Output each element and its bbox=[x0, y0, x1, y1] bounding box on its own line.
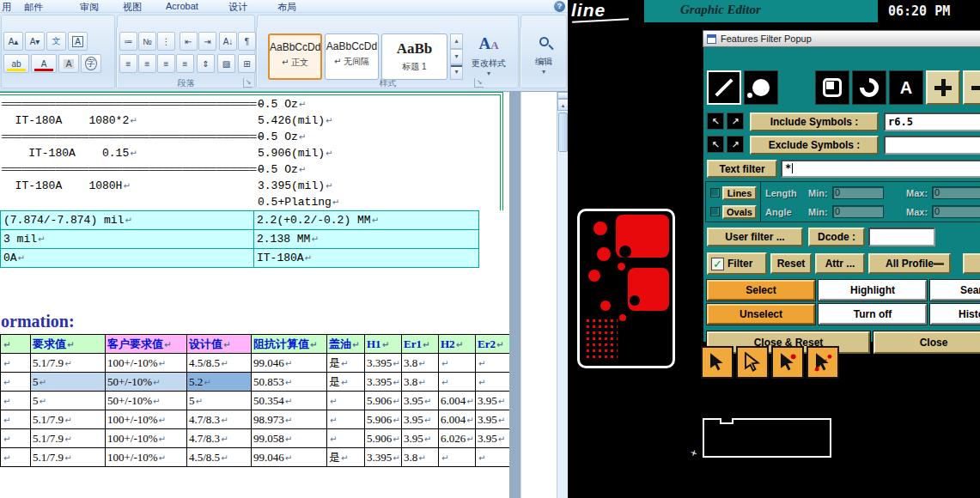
table-cell[interactable]: 3.8↵ bbox=[402, 448, 439, 467]
styles-scroll-up-button[interactable]: ▴ bbox=[450, 33, 463, 49]
ovals-checkbox[interactable] bbox=[710, 207, 720, 216]
positive-mode-button[interactable] bbox=[926, 70, 960, 105]
dialog-title-bar[interactable]: Features Filter Popup bbox=[703, 30, 980, 47]
include-symbols-button[interactable]: Include Symbols : bbox=[750, 112, 879, 131]
text-tool-button[interactable]: A bbox=[889, 70, 923, 105]
table-header-cell[interactable]: 盖油↵ bbox=[327, 335, 365, 354]
table-cell[interactable]: ↵ bbox=[476, 373, 510, 392]
borders-button[interactable]: ⊞ bbox=[238, 54, 256, 73]
table-cell[interactable]: ↵ bbox=[439, 448, 476, 467]
table-cell[interactable]: 4.5/8.5↵ bbox=[187, 354, 252, 373]
table-cell[interactable]: 6.026↵ bbox=[439, 429, 476, 448]
table-cell[interactable]: 50.354↵ bbox=[252, 392, 327, 410]
include-symbols-input[interactable] bbox=[884, 112, 980, 131]
clipped-button[interactable] bbox=[963, 253, 980, 274]
include-prev-button[interactable]: ↖ bbox=[707, 112, 724, 130]
table-cell[interactable]: 3.95↵ bbox=[402, 392, 439, 410]
tab-acrobat[interactable]: Acrobat bbox=[166, 1, 198, 11]
table-cell[interactable]: ↵ bbox=[476, 448, 510, 467]
lines-checkbox[interactable] bbox=[710, 188, 720, 197]
table-cell[interactable]: ↵ bbox=[1, 392, 31, 410]
table-cell[interactable]: 5↵ bbox=[31, 373, 106, 392]
table-cell[interactable]: 5.1/7.9↵ bbox=[31, 448, 106, 467]
table-header-cell[interactable]: 阻抗计算值↵ bbox=[252, 335, 327, 354]
numbering-button[interactable]: № bbox=[138, 32, 156, 51]
table-cell[interactable]: 3.395↵ bbox=[365, 373, 402, 392]
select-button[interactable]: Select bbox=[707, 280, 815, 301]
table-cell[interactable]: 99.046↵ bbox=[252, 354, 327, 373]
table-cell[interactable]: 5↵ bbox=[187, 392, 252, 410]
align-right-button[interactable]: ≡ bbox=[157, 54, 175, 73]
cursor-net-tool-button[interactable] bbox=[807, 346, 839, 379]
table-header-cell[interactable]: 客户要求值↵ bbox=[106, 335, 187, 354]
change-styles-button[interactable]: AA 更改样式 ▾ bbox=[464, 32, 514, 77]
table-cell[interactable]: 50+/-10%↵ bbox=[106, 392, 187, 410]
cursor-tag-tool-button[interactable] bbox=[771, 346, 804, 379]
grow-font-button[interactable]: A▴ bbox=[3, 32, 23, 51]
table-cell[interactable]: ↵ bbox=[327, 392, 365, 410]
table-cell[interactable]: 5.906↵ bbox=[365, 392, 402, 410]
table-header-cell[interactable]: H2↵ bbox=[439, 335, 476, 354]
table-cell[interactable]: 50.853↵ bbox=[252, 373, 327, 392]
arc-tool-button[interactable] bbox=[852, 70, 886, 105]
close-button[interactable]: Close bbox=[873, 331, 980, 354]
ruby-guide-button[interactable]: 文 bbox=[46, 32, 66, 51]
enclose-char-button[interactable]: 字 bbox=[81, 54, 101, 73]
table-cell[interactable]: ↵ bbox=[439, 373, 476, 392]
paragraph-dialog-launcher[interactable]: ↘ bbox=[243, 78, 253, 88]
char-shading-button[interactable]: A bbox=[58, 54, 79, 73]
highlight-button[interactable]: Highlight bbox=[819, 280, 927, 301]
tolerance-cell[interactable]: (7.874/-7.874) mil↵ bbox=[1, 211, 254, 230]
cursor-tool-button[interactable] bbox=[701, 346, 733, 379]
tab-mailings[interactable]: 邮件 bbox=[24, 1, 43, 14]
search-button[interactable]: Sear bbox=[930, 280, 980, 301]
table-cell[interactable]: 6.004↵ bbox=[439, 392, 476, 410]
table-cell[interactable]: 3.395↵ bbox=[365, 448, 402, 467]
justify-button[interactable]: ≡ bbox=[176, 54, 194, 73]
table-header-cell[interactable]: 要求值↵ bbox=[31, 335, 106, 354]
user-filter-button[interactable]: User filter ... bbox=[707, 228, 803, 246]
table-cell[interactable]: 3.95↵ bbox=[476, 429, 510, 448]
table-cell[interactable]: 是↵ bbox=[327, 354, 365, 373]
table-cell[interactable]: 是↵ bbox=[327, 448, 365, 467]
table-cell[interactable]: 100+/-10%↵ bbox=[106, 429, 187, 448]
char-border-button[interactable]: A bbox=[68, 32, 88, 51]
align-left-button[interactable]: ≡ bbox=[119, 54, 137, 73]
table-cell[interactable]: ↵ bbox=[439, 354, 476, 373]
filter-toggle[interactable]: ✓ Filter bbox=[707, 252, 767, 275]
line-tool-button[interactable] bbox=[707, 70, 741, 105]
exclude-prev-button[interactable]: ↖ bbox=[707, 136, 724, 153]
table-cell[interactable]: 98.973↵ bbox=[252, 410, 327, 429]
sort-button[interactable]: A↓ bbox=[219, 32, 237, 51]
show-marks-button[interactable]: ¶ bbox=[238, 32, 256, 51]
table-cell[interactable]: ↵ bbox=[1, 373, 31, 392]
table-cell[interactable]: 4.5/8.5↵ bbox=[187, 448, 252, 467]
style-card-normal[interactable]: AaBbCcDd ↵ 正文 bbox=[268, 33, 322, 80]
document-page[interactable]: ══════════════════════════════════════↵0… bbox=[0, 92, 509, 498]
table-cell[interactable]: 99.058↵ bbox=[252, 429, 327, 448]
table-cell[interactable]: ↵ bbox=[1, 429, 31, 448]
table-cell[interactable]: ↵ bbox=[327, 410, 365, 429]
increase-indent-button[interactable]: ⇥ bbox=[198, 32, 216, 51]
table-cell[interactable]: 5.1/7.9↵ bbox=[31, 354, 106, 373]
surface-tool-button[interactable] bbox=[815, 70, 849, 105]
table-cell[interactable]: ↵ bbox=[1, 410, 31, 429]
tab-partial[interactable]: 用 bbox=[2, 1, 11, 14]
table-header-cell[interactable]: H1↵ bbox=[365, 335, 402, 354]
text-filter-input[interactable]: * bbox=[781, 160, 980, 178]
filter-checkbox[interactable]: ✓ bbox=[711, 258, 724, 270]
decrease-indent-button[interactable]: ⇤ bbox=[180, 32, 198, 51]
shrink-font-button[interactable]: A▾ bbox=[25, 32, 45, 51]
line-spacing-button[interactable]: ⇕ bbox=[197, 54, 215, 73]
bullets-button[interactable]: ≔ bbox=[119, 32, 137, 51]
tolerance-cell[interactable]: 2.138 MM↵ bbox=[254, 230, 479, 249]
table-cell[interactable]: 3.95↵ bbox=[402, 410, 439, 429]
attr-button[interactable]: Attr ... bbox=[815, 253, 865, 274]
dcode-input[interactable] bbox=[868, 228, 935, 246]
text-filter-button[interactable]: Text filter bbox=[707, 160, 777, 178]
dcode-button[interactable]: Dcode : bbox=[808, 228, 865, 246]
table-cell[interactable]: 3.8↵ bbox=[402, 373, 439, 392]
table-cell[interactable]: 4.7/8.3↵ bbox=[187, 410, 252, 429]
tolerance-cell[interactable]: 0A↵ bbox=[1, 249, 254, 268]
tab-view[interactable]: 视图 bbox=[123, 1, 142, 14]
